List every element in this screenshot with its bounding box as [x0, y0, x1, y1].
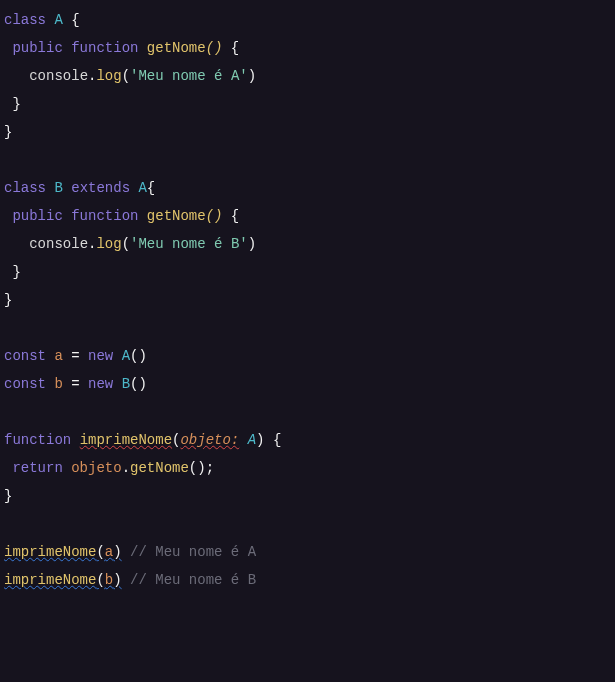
- code-token: (): [130, 376, 147, 392]
- code-token: function: [71, 208, 147, 224]
- code-token: A: [248, 432, 256, 448]
- code-token: getNome: [147, 208, 206, 224]
- code-line: }: [4, 488, 12, 504]
- code-token: console: [29, 68, 88, 84]
- code-token: A: [54, 12, 71, 28]
- code-line: public function getNome() {: [4, 40, 239, 56]
- code-editor-content[interactable]: class A { public function getNome() { co…: [0, 0, 615, 600]
- code-token: class: [4, 180, 54, 196]
- code-token: (: [122, 236, 130, 252]
- code-token: =: [71, 376, 88, 392]
- code-token: [4, 68, 29, 84]
- code-token: (): [206, 40, 223, 56]
- code-token: return: [12, 460, 71, 476]
- code-token: 'Meu nome é A': [130, 68, 248, 84]
- code-token: [122, 572, 130, 588]
- code-line: class B extends A{: [4, 180, 155, 196]
- code-token: new: [88, 348, 122, 364]
- code-token: log: [96, 236, 121, 252]
- code-token: console: [29, 236, 88, 252]
- code-token: A: [138, 180, 146, 196]
- code-token: extends: [71, 180, 138, 196]
- code-line: function imprimeNome(objeto: A) {: [4, 432, 281, 448]
- code-token: getNome: [147, 40, 206, 56]
- code-token: (): [130, 348, 147, 364]
- code-token: b: [54, 376, 71, 392]
- code-token: ): [248, 236, 256, 252]
- code-token: imprimeNome: [4, 544, 96, 560]
- code-token: (: [96, 572, 104, 588]
- code-token: objeto: [71, 460, 121, 476]
- code-line: }: [4, 124, 12, 140]
- code-token: [239, 432, 247, 448]
- code-token: ): [113, 544, 121, 560]
- code-token: }: [4, 264, 21, 280]
- code-token: // Meu nome é B: [130, 572, 256, 588]
- code-token: {: [71, 12, 79, 28]
- code-line: console.log('Meu nome é A'): [4, 68, 256, 84]
- code-token: {: [147, 180, 155, 196]
- code-token: ();: [189, 460, 214, 476]
- code-token: B: [122, 376, 130, 392]
- code-token: (): [206, 208, 223, 224]
- code-line: class A {: [4, 12, 80, 28]
- code-token: [122, 544, 130, 560]
- code-token: b: [105, 572, 113, 588]
- code-token: (: [96, 544, 104, 560]
- code-token: new: [88, 376, 122, 392]
- code-line: imprimeNome(b) // Meu nome é B: [4, 572, 256, 588]
- code-token: }: [4, 96, 21, 112]
- code-token: imprimeNome: [80, 432, 172, 448]
- code-token: a: [54, 348, 71, 364]
- code-token: .: [122, 460, 130, 476]
- code-token: B: [54, 180, 71, 196]
- code-token: }: [4, 124, 12, 140]
- code-token: {: [222, 208, 239, 224]
- code-token: imprimeNome: [4, 572, 96, 588]
- code-token: class: [4, 12, 54, 28]
- code-line: return objeto.getNome();: [4, 460, 214, 476]
- code-token: getNome: [130, 460, 189, 476]
- code-line: console.log('Meu nome é B'): [4, 236, 256, 252]
- code-token: public: [12, 40, 71, 56]
- code-token: function: [71, 40, 147, 56]
- code-token: (: [122, 68, 130, 84]
- code-token: =: [71, 348, 88, 364]
- code-line: imprimeNome(a) // Meu nome é A: [4, 544, 256, 560]
- code-token: A: [122, 348, 130, 364]
- code-line: const a = new A(): [4, 348, 147, 364]
- code-line: }: [4, 292, 12, 308]
- code-token: objeto:: [180, 432, 239, 448]
- code-token: public: [12, 208, 71, 224]
- code-token: const: [4, 348, 54, 364]
- code-token: function: [4, 432, 80, 448]
- code-line: const b = new B(): [4, 376, 147, 392]
- code-token: ): [113, 572, 121, 588]
- code-token: ): [248, 68, 256, 84]
- code-token: const: [4, 376, 54, 392]
- code-token: [4, 236, 29, 252]
- code-line: }: [4, 96, 21, 112]
- code-line: }: [4, 264, 21, 280]
- code-token: 'Meu nome é B': [130, 236, 248, 252]
- code-token: }: [4, 488, 12, 504]
- code-token: a: [105, 544, 113, 560]
- code-token: {: [222, 40, 239, 56]
- code-token: {: [264, 432, 281, 448]
- code-token: }: [4, 292, 12, 308]
- code-token: // Meu nome é A: [130, 544, 256, 560]
- code-token: log: [96, 68, 121, 84]
- code-line: public function getNome() {: [4, 208, 239, 224]
